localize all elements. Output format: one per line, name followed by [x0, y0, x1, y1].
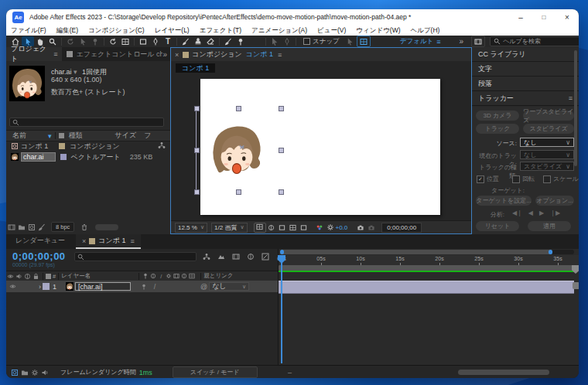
- selection-handle[interactable]: [194, 148, 200, 153]
- close-tab-icon[interactable]: ×: [82, 237, 86, 245]
- parent-link-column[interactable]: 親とリンク: [203, 272, 233, 280]
- column-name[interactable]: 名前: [12, 131, 26, 141]
- timeline-zoom-out-icon[interactable]: –: [288, 369, 292, 376]
- rectangle-tool-icon[interactable]: [137, 36, 149, 46]
- preview-timecode[interactable]: 0;00;00;00: [381, 223, 422, 233]
- project-search-field[interactable]: [9, 118, 164, 127]
- close-button[interactable]: ×: [556, 9, 579, 26]
- toggle-mask-icon[interactable]: [266, 224, 277, 231]
- time-navigator-start-grip[interactable]: [280, 250, 284, 254]
- preview-item-dropdown-icon[interactable]: ▾: [74, 68, 77, 76]
- roto-brush-tool-icon[interactable]: [222, 36, 234, 46]
- selection-handle[interactable]: [194, 106, 200, 111]
- options-button[interactable]: オプション...: [535, 196, 574, 206]
- edit-target-button[interactable]: ターゲットを設定...: [476, 196, 532, 206]
- layer-name-field[interactable]: [char.ai]: [75, 282, 131, 291]
- current-track-dropdown[interactable]: なし∨: [520, 150, 574, 159]
- snap-grid-icon[interactable]: [357, 36, 371, 47]
- menu-layer[interactable]: レイヤー(L): [155, 26, 190, 36]
- time-navigator-end-grip[interactable]: [549, 250, 552, 254]
- track-camera-button[interactable]: 3D カメラ: [476, 111, 519, 121]
- minimize-button[interactable]: –: [509, 9, 532, 26]
- pixel-aspect-icon[interactable]: [299, 224, 309, 231]
- pan-camera-tool-icon[interactable]: [77, 36, 89, 46]
- mask-feather-tool-icon[interactable]: [281, 36, 293, 46]
- snap-options-icon[interactable]: [344, 36, 357, 46]
- mini-flowchart-icon[interactable]: [203, 253, 210, 262]
- label-swatch[interactable]: [60, 154, 67, 160]
- parent-dropdown[interactable]: なし∨: [209, 282, 249, 291]
- track-motion-button[interactable]: トラック: [476, 124, 519, 134]
- choose-grid-guides-icon[interactable]: [254, 223, 266, 233]
- analyze-backward-frame-icon[interactable]: ◀❘: [512, 210, 522, 216]
- audio-column-icon[interactable]: [15, 273, 23, 280]
- project-row-comp[interactable]: コンポ 1 コンポジション: [6, 141, 170, 152]
- show-snapshot-icon[interactable]: [366, 224, 377, 231]
- time-ruler[interactable]: 00s 05s 10s 15s 20s 25s 30s 35s: [279, 255, 579, 266]
- delete-item-icon[interactable]: [79, 223, 89, 231]
- help-search-field[interactable]: ヘルプを検索: [490, 36, 579, 46]
- label-column-icon[interactable]: [46, 274, 51, 279]
- tab-render-queue[interactable]: レンダーキュー: [15, 236, 65, 246]
- adjustment-column-icon[interactable]: [188, 273, 196, 279]
- layer-quality-icon[interactable]: [138, 284, 149, 290]
- tab-timeline-comp[interactable]: × コンポ 1 ≡: [76, 234, 141, 249]
- collapse-column-icon[interactable]: [149, 273, 157, 279]
- mask-tool-icon[interactable]: [268, 36, 281, 46]
- exposure-value[interactable]: +0.0: [336, 224, 348, 231]
- column-frame[interactable]: フ: [144, 131, 151, 141]
- type-tool-icon[interactable]: T: [162, 36, 174, 46]
- workspace-menu-icon[interactable]: ≡: [436, 38, 440, 46]
- puppet-pin-tool-icon[interactable]: [234, 36, 247, 46]
- project-row-charai[interactable]: char.ai ベクトルアート 235 KB: [6, 152, 170, 162]
- warp-stabilizer-button[interactable]: ワープスタビライズ: [523, 111, 574, 121]
- selection-handle[interactable]: [236, 189, 241, 195]
- timeline-horizontal-scrollbar[interactable]: [458, 370, 549, 375]
- selection-handle[interactable]: [194, 189, 200, 195]
- reset-button[interactable]: リセット: [476, 221, 519, 231]
- orbit-camera-tool-icon[interactable]: [64, 36, 77, 46]
- switches-modes-button[interactable]: スイッチ / モード: [173, 366, 258, 378]
- comp-viewer-tab[interactable]: コンポ 1: [176, 63, 215, 73]
- brush-tool-icon[interactable]: [179, 36, 192, 46]
- number-column[interactable]: #: [53, 273, 56, 280]
- video-column-icon[interactable]: [6, 273, 15, 280]
- panel-overflow-icon[interactable]: »: [162, 50, 167, 59]
- take-snapshot-icon[interactable]: [355, 224, 366, 231]
- panel-character[interactable]: 文字: [472, 62, 579, 77]
- bit-depth-button[interactable]: 8 bpc: [51, 222, 74, 232]
- show-channel-icon[interactable]: [314, 223, 325, 231]
- camera-tool-icon[interactable]: [119, 36, 132, 46]
- snap-toggle[interactable]: スナップ: [303, 37, 340, 46]
- panel-paragraph[interactable]: 段落: [472, 77, 579, 91]
- selection-handle[interactable]: [279, 189, 284, 195]
- project-panel-menu-icon[interactable]: ≡: [53, 50, 57, 58]
- transparency-grid-icon[interactable]: [288, 224, 299, 231]
- magnification-dropdown[interactable]: 12.5 %∨: [175, 223, 207, 233]
- pen-tool-icon[interactable]: [149, 36, 162, 46]
- frame-blend-column-icon[interactable]: [173, 273, 180, 279]
- selection-handle[interactable]: [236, 106, 241, 111]
- composition-panel-tab[interactable]: × コンポジション コンポ 1 ≡: [171, 48, 471, 61]
- lock-column-icon[interactable]: [32, 273, 40, 280]
- label-swatch[interactable]: [59, 143, 65, 149]
- flowchart-icon[interactable]: [158, 141, 166, 151]
- time-navigator-track[interactable]: [280, 250, 574, 254]
- motion-blur-icon[interactable]: [247, 253, 255, 262]
- current-timecode[interactable]: 0;00;00;00: [12, 250, 66, 262]
- timeline-menu-icon[interactable]: ≡: [130, 237, 134, 245]
- scale-checkbox[interactable]: スケール: [543, 175, 579, 183]
- rotation-tool-icon[interactable]: [107, 36, 119, 46]
- eraser-tool-icon[interactable]: [204, 36, 217, 46]
- column-type[interactable]: 種類: [69, 131, 83, 141]
- maximize-button[interactable]: □: [532, 9, 556, 26]
- resolution-dropdown[interactable]: 1/2 画質∨: [211, 223, 247, 233]
- render-status-icon[interactable]: [9, 369, 19, 376]
- label-column-icon[interactable]: [59, 133, 64, 138]
- comp-marker-button[interactable]: [572, 265, 579, 274]
- tracker-menu-icon[interactable]: ≡: [569, 94, 573, 102]
- quality-column-icon[interactable]: /: [157, 273, 165, 280]
- analyze-forward-icon[interactable]: ▶: [539, 210, 544, 216]
- analyze-backward-icon[interactable]: ◀: [528, 210, 533, 216]
- timeline-search-field[interactable]: [74, 252, 197, 261]
